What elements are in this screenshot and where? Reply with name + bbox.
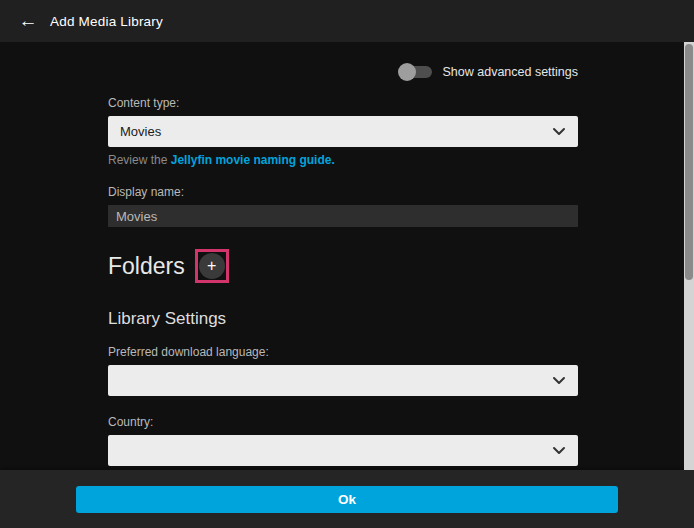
advanced-settings-row: Show advanced settings — [108, 62, 578, 82]
footer-bar: Ok — [0, 470, 694, 528]
scrollbar-track[interactable] — [684, 42, 694, 470]
library-settings-heading: Library Settings — [108, 309, 578, 329]
plus-icon: + — [199, 253, 225, 279]
preferred-language-group: Preferred download language: — [108, 345, 578, 396]
content-type-value: Movies — [120, 124, 552, 139]
chevron-down-icon — [552, 446, 566, 455]
app-bar: ← Add Media Library — [0, 0, 694, 42]
folders-heading: Folders — [108, 253, 185, 280]
show-advanced-label: Show advanced settings — [442, 65, 578, 79]
display-name-label: Display name: — [108, 185, 578, 199]
display-name-input[interactable] — [108, 205, 578, 227]
preferred-language-select[interactable] — [108, 365, 578, 396]
naming-guide-link[interactable]: Jellyfin movie naming guide. — [171, 153, 335, 167]
folders-row: Folders + — [108, 249, 578, 283]
page-title: Add Media Library — [50, 14, 163, 29]
naming-guide-helper: Review the Jellyfin movie naming guide. — [108, 153, 578, 167]
country-select[interactable] — [108, 435, 578, 466]
toggle-knob-icon — [398, 63, 416, 81]
scrollbar-thumb[interactable] — [685, 44, 693, 280]
add-folder-button[interactable]: + — [195, 249, 229, 283]
show-advanced-toggle[interactable] — [398, 63, 432, 81]
country-group: Country: — [108, 415, 578, 466]
display-name-group: Display name: — [108, 185, 578, 227]
chevron-down-icon — [552, 127, 566, 136]
helper-prefix: Review the — [108, 153, 171, 167]
content-type-group: Content type: Movies Review the Jellyfin… — [108, 96, 578, 167]
form-column: Show advanced settings Content type: Mov… — [108, 62, 578, 470]
preferred-language-label: Preferred download language: — [108, 345, 578, 359]
ok-button[interactable]: Ok — [76, 486, 618, 513]
chevron-down-icon — [552, 376, 566, 385]
country-label: Country: — [108, 415, 578, 429]
content-type-select[interactable]: Movies — [108, 116, 578, 147]
form-scroll-area: Show advanced settings Content type: Mov… — [0, 42, 694, 470]
content-type-label: Content type: — [108, 96, 578, 110]
back-icon[interactable]: ← — [14, 7, 42, 35]
